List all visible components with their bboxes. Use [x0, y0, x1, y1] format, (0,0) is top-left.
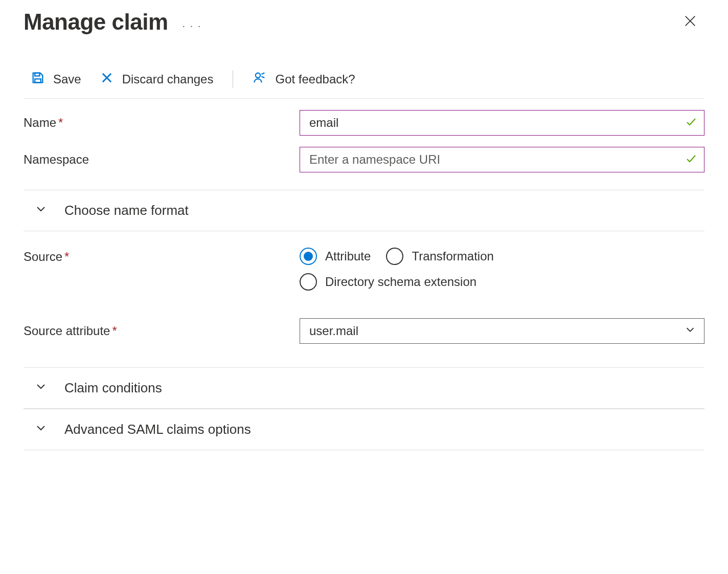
- feedback-label: Got feedback?: [275, 72, 355, 86]
- discard-button[interactable]: Discard changes: [100, 71, 214, 88]
- source-attribute-label-text: Source attribute: [24, 324, 110, 338]
- radio-icon-selected: [300, 248, 317, 265]
- chevron-down-icon: [35, 422, 47, 437]
- radio-transformation-label: Transformation: [412, 249, 494, 263]
- save-icon: [31, 71, 45, 88]
- required-star: *: [58, 116, 63, 129]
- name-label-text: Name: [24, 116, 56, 129]
- expander-name-format[interactable]: Choose name format: [24, 190, 704, 231]
- header-left: Manage claim · · ·: [24, 9, 201, 35]
- save-button[interactable]: Save: [31, 71, 81, 88]
- source-attribute-row: Source attribute* user.mail: [24, 307, 704, 355]
- radio-icon: [386, 248, 403, 265]
- source-row: Source* Attribute Transformation: [24, 231, 704, 307]
- name-label: Name*: [24, 116, 300, 130]
- expander-advanced-saml[interactable]: Advanced SAML claims options: [24, 409, 704, 450]
- chevron-down-icon: [35, 203, 47, 218]
- radio-attribute-label: Attribute: [325, 249, 371, 263]
- required-star: *: [64, 250, 69, 263]
- expander-claim-conditions[interactable]: Claim conditions: [24, 367, 704, 409]
- radio-icon: [300, 273, 317, 291]
- discard-icon: [100, 71, 114, 88]
- source-radio-group: Attribute Transformation Directory schem…: [300, 248, 704, 291]
- radio-attribute[interactable]: Attribute: [300, 248, 371, 265]
- close-button[interactable]: [681, 12, 699, 32]
- required-star: *: [112, 324, 117, 338]
- radio-directory-ext[interactable]: Directory schema extension: [300, 273, 476, 291]
- namespace-label-text: Namespace: [24, 152, 89, 166]
- feedback-button[interactable]: Got feedback?: [253, 71, 355, 88]
- svg-rect-2: [35, 73, 39, 76]
- close-icon: [683, 21, 697, 30]
- chevron-down-icon: [35, 380, 47, 396]
- namespace-label: Namespace: [24, 152, 300, 167]
- source-attribute-select[interactable]: user.mail: [300, 318, 704, 344]
- chevron-down-icon: [685, 324, 696, 338]
- toolbar: Save Discard changes Got feedback?: [24, 71, 704, 99]
- expander-advanced-saml-label: Advanced SAML claims options: [64, 422, 251, 437]
- name-input[interactable]: [300, 110, 704, 136]
- expander-claim-conditions-label: Claim conditions: [64, 380, 162, 396]
- feedback-icon: [253, 71, 267, 88]
- expander-name-format-label: Choose name format: [64, 203, 189, 218]
- source-label-text: Source: [24, 250, 62, 263]
- svg-rect-3: [35, 79, 41, 82]
- radio-directory-ext-label: Directory schema extension: [325, 275, 476, 289]
- toolbar-separator: [233, 71, 233, 88]
- page-title: Manage claim: [24, 9, 168, 35]
- source-attribute-label: Source attribute*: [24, 324, 300, 338]
- save-label: Save: [53, 72, 81, 86]
- source-label: Source*: [24, 248, 300, 264]
- header: Manage claim · · ·: [24, 9, 704, 35]
- namespace-row: Namespace: [24, 147, 704, 184]
- namespace-input[interactable]: [300, 147, 704, 172]
- discard-label: Discard changes: [122, 72, 214, 86]
- name-row: Name*: [24, 99, 704, 147]
- svg-point-6: [256, 73, 260, 78]
- source-attribute-value: user.mail: [309, 324, 358, 338]
- more-icon[interactable]: · · ·: [183, 13, 202, 32]
- radio-transformation[interactable]: Transformation: [386, 248, 494, 265]
